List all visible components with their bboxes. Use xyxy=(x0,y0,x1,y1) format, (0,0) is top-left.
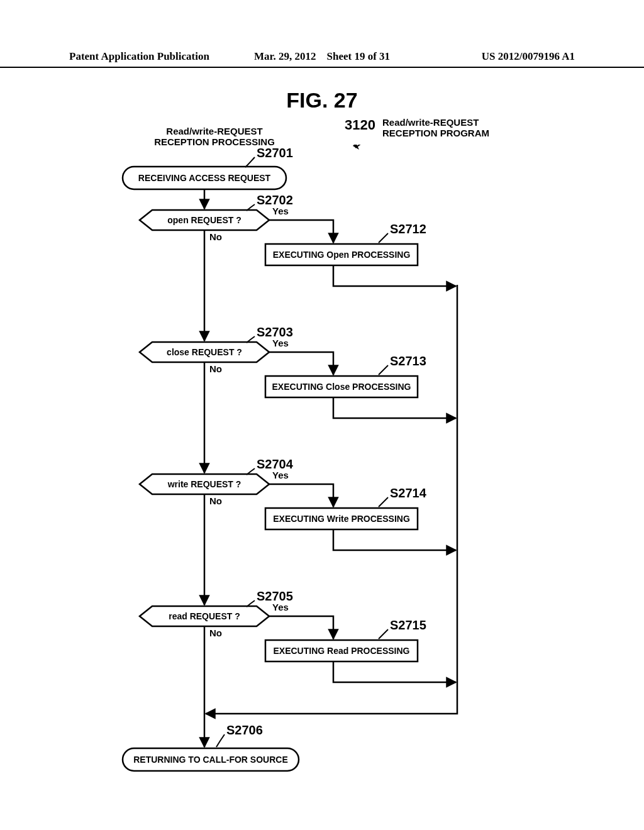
s2703-label: S2703 xyxy=(257,325,293,339)
publication-date: Mar. 29, 2012 xyxy=(254,50,316,62)
s2704-no: No xyxy=(209,495,222,506)
s2701-text: RECEIVING ACCESS REQUEST xyxy=(138,173,271,183)
s2702-text: open REQUEST ? xyxy=(167,215,241,225)
step-s2702: open REQUEST ? S2702 Yes No xyxy=(140,193,293,242)
step-s2704: write REQUEST ? S2704 Yes No xyxy=(140,457,294,506)
s2712-text: EXECUTING Open PROCESSING xyxy=(273,250,411,260)
program-title: Read/write-REQUEST RECEPTION PROGRAM xyxy=(382,117,514,139)
s2705-yes: Yes xyxy=(272,602,289,612)
s2702-no: No xyxy=(209,231,222,242)
s2703-yes: Yes xyxy=(272,338,289,348)
page: Patent Application Publication Mar. 29, … xyxy=(0,0,644,830)
step-s2713: EXECUTING Close PROCESSING S2713 xyxy=(265,354,426,397)
s2706-text: RETURNING TO CALL-FOR SOURCE xyxy=(133,755,288,765)
s2706-label: S2706 xyxy=(226,723,263,737)
publication-number: US 2012/0079196 A1 xyxy=(406,50,575,63)
patent-header: Patent Application Publication Mar. 29, … xyxy=(0,50,644,68)
s2705-text: read REQUEST ? xyxy=(169,611,240,621)
s2715-text: EXECUTING Read PROCESSING xyxy=(273,646,409,656)
sheet-number: Sheet 19 of 31 xyxy=(326,50,390,62)
figure-title: FIG. 27 xyxy=(0,88,644,113)
step-s2703: close REQUEST ? S2703 Yes No xyxy=(140,325,293,374)
publication-date-sheet: Mar. 29, 2012 Sheet 19 of 31 xyxy=(238,50,406,63)
s2712-label: S2712 xyxy=(390,222,426,236)
s2714-text: EXECUTING Write PROCESSING xyxy=(273,514,410,524)
step-s2715: EXECUTING Read PROCESSING S2715 xyxy=(265,618,426,661)
step-s2714: EXECUTING Write PROCESSING S2714 xyxy=(265,486,427,529)
s2703-no: No xyxy=(209,363,222,374)
s2704-text: write REQUEST ? xyxy=(167,479,242,489)
s2705-label: S2705 xyxy=(257,589,293,603)
processing-title: Read/write-REQUEST RECEPTION PROCESSING xyxy=(142,126,287,147)
s2704-yes: Yes xyxy=(272,470,289,480)
s2705-no: No xyxy=(209,628,222,638)
s2715-label: S2715 xyxy=(390,618,426,632)
step-s2712: EXECUTING Open PROCESSING S2712 xyxy=(265,222,426,265)
reference-3120: 3120 xyxy=(345,117,375,133)
s2713-label: S2713 xyxy=(390,354,426,368)
step-s2706: RETURNING TO CALL-FOR SOURCE S2706 xyxy=(123,723,299,771)
publication-type: Patent Application Publication xyxy=(69,50,238,63)
s2701-label: S2701 xyxy=(257,146,293,160)
step-s2705: read REQUEST ? S2705 Yes No xyxy=(140,589,293,638)
step-s2701: RECEIVING ACCESS REQUEST S2701 xyxy=(123,146,293,189)
s2702-yes: Yes xyxy=(272,206,289,216)
s2713-text: EXECUTING Close PROCESSING xyxy=(272,382,411,392)
s2714-label: S2714 xyxy=(390,486,427,500)
s2704-label: S2704 xyxy=(257,457,294,471)
flowchart: RECEIVING ACCESS REQUEST S2701 open REQU… xyxy=(63,145,566,811)
s2702-label: S2702 xyxy=(257,193,293,207)
s2703-text: close REQUEST ? xyxy=(167,347,242,357)
